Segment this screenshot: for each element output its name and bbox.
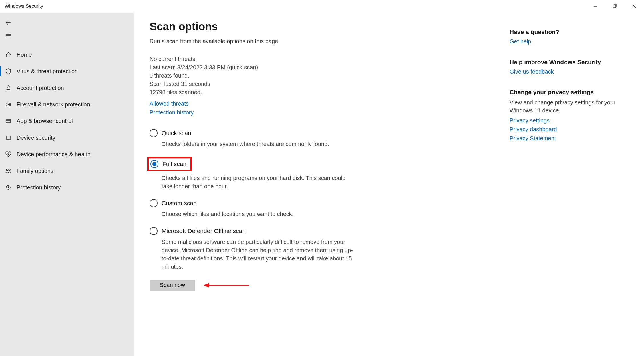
rail-question: Have a question? Get help xyxy=(510,29,621,45)
radio-description: Checks all files and running programs on… xyxy=(162,174,353,191)
maximize-icon xyxy=(613,4,617,8)
home-icon xyxy=(5,52,11,58)
privacy-settings-link[interactable]: Privacy settings xyxy=(510,117,621,124)
sidebar-item-label: Account protection xyxy=(17,85,64,91)
title-bar: Windows Security xyxy=(0,0,644,13)
sidebar-item-label: Device performance & health xyxy=(17,151,90,158)
status-links: Allowed threats Protection history xyxy=(150,100,373,116)
radio-label: Full scan xyxy=(162,161,186,167)
person-icon xyxy=(5,85,11,91)
sidebar-item-label: Protection history xyxy=(17,184,61,191)
status-duration: Scan lasted 31 seconds xyxy=(150,80,373,88)
back-button[interactable] xyxy=(0,16,134,29)
page-subtitle: Run a scan from the available options on… xyxy=(150,38,373,45)
radio-option-full-scan[interactable]: Full scan Checks all files and running p… xyxy=(150,157,373,191)
maximize-button[interactable] xyxy=(605,0,625,13)
privacy-statement-link[interactable]: Privacy Statement xyxy=(510,135,621,142)
shield-icon xyxy=(5,68,11,74)
radio-option-custom-scan[interactable]: Custom scan Choose which files and locat… xyxy=(150,199,373,218)
sidebar-item-firewall[interactable]: Firewall & network protection xyxy=(0,96,134,113)
protection-history-link[interactable]: Protection history xyxy=(150,109,373,116)
scan-now-button[interactable]: Scan now xyxy=(150,280,195,291)
sidebar-item-home[interactable]: Home xyxy=(0,46,134,63)
right-rail: Have a question? Get help Help improve W… xyxy=(510,21,633,356)
sidebar-item-device-security[interactable]: Device security xyxy=(0,129,134,146)
family-icon xyxy=(5,168,11,174)
status-files: 12798 files scanned. xyxy=(150,88,373,96)
sidebar-item-label: Home xyxy=(17,52,32,58)
main-content: Scan options Run a scan from the availab… xyxy=(134,13,644,356)
status-last-scan: Last scan: 3/24/2022 3:33 PM (quick scan… xyxy=(150,63,373,72)
sidebar-item-label: Device security xyxy=(17,135,55,141)
minimize-button[interactable] xyxy=(586,0,605,13)
sidebar-item-virus-threat[interactable]: Virus & threat protection xyxy=(0,63,134,80)
annotation-arrow xyxy=(202,282,251,289)
sidebar-item-account[interactable]: Account protection xyxy=(0,80,134,96)
radio-description: Checks folders in your system where thre… xyxy=(162,140,353,148)
scan-options-group: Quick scan Checks folders in your system… xyxy=(150,129,373,271)
radio-icon xyxy=(150,199,158,207)
history-icon xyxy=(5,184,11,191)
rail-privacy: Change your privacy settings View and ch… xyxy=(510,89,621,142)
status-threats-found: 0 threats found. xyxy=(150,72,373,80)
get-help-link[interactable]: Get help xyxy=(510,38,621,45)
svg-point-10 xyxy=(8,104,9,105)
radio-option-offline-scan[interactable]: Microsoft Defender Offline scan Some mal… xyxy=(150,227,373,271)
sidebar: Home Virus & threat protection Account p… xyxy=(0,13,134,356)
hamburger-icon xyxy=(5,33,11,39)
radio-option-quick-scan[interactable]: Quick scan Checks folders in your system… xyxy=(150,129,373,148)
back-arrow-icon xyxy=(5,19,11,26)
network-icon xyxy=(5,101,11,108)
radio-description: Choose which files and locations you wan… xyxy=(162,210,353,218)
laptop-icon xyxy=(5,135,11,141)
svg-rect-11 xyxy=(6,119,11,123)
heart-icon xyxy=(5,151,11,157)
arrow-icon xyxy=(202,282,251,289)
svg-point-15 xyxy=(6,169,8,171)
sidebar-item-label: Virus & threat protection xyxy=(17,68,78,75)
sidebar-item-family[interactable]: Family options xyxy=(0,163,134,179)
sidebar-item-app-browser[interactable]: App & browser control xyxy=(0,113,134,129)
radio-icon xyxy=(150,160,158,168)
radio-label: Quick scan xyxy=(162,130,191,137)
status-no-threats: No current threats. xyxy=(150,55,373,63)
feedback-link[interactable]: Give us feedback xyxy=(510,68,621,75)
app-icon xyxy=(5,118,11,124)
sidebar-item-label: Firewall & network protection xyxy=(17,101,90,108)
rail-improve: Help improve Windows Security Give us fe… xyxy=(510,59,621,75)
privacy-dashboard-link[interactable]: Privacy dashboard xyxy=(510,126,621,133)
sidebar-item-label: Family options xyxy=(17,168,53,174)
rail-heading: Help improve Windows Security xyxy=(510,59,621,66)
svg-marker-18 xyxy=(204,283,209,287)
allowed-threats-link[interactable]: Allowed threats xyxy=(150,100,373,107)
rail-text: View and change privacy settings for you… xyxy=(510,98,621,114)
menu-button[interactable] xyxy=(0,29,134,42)
sidebar-item-history[interactable]: Protection history xyxy=(0,179,134,196)
window-controls xyxy=(586,0,644,13)
radio-description: Some malicious software can be particula… xyxy=(162,238,353,271)
svg-point-16 xyxy=(9,169,10,171)
sidebar-item-label: App & browser control xyxy=(17,118,73,124)
radio-icon xyxy=(150,227,158,235)
close-button[interactable] xyxy=(625,0,644,13)
annotation-highlight: Full scan xyxy=(147,157,192,171)
radio-label: Microsoft Defender Offline scan xyxy=(162,228,246,234)
rail-heading: Have a question? xyxy=(510,29,621,35)
svg-point-9 xyxy=(7,86,9,88)
close-icon xyxy=(632,4,636,8)
svg-rect-13 xyxy=(6,136,10,139)
sidebar-item-performance[interactable]: Device performance & health xyxy=(0,146,134,163)
rail-heading: Change your privacy settings xyxy=(510,89,621,96)
radio-icon xyxy=(150,129,158,137)
page-title: Scan options xyxy=(150,21,373,33)
minimize-icon xyxy=(593,4,597,8)
radio-label: Custom scan xyxy=(162,200,197,207)
window-title: Windows Security xyxy=(5,3,43,9)
scan-status: No current threats. Last scan: 3/24/2022… xyxy=(150,55,373,96)
